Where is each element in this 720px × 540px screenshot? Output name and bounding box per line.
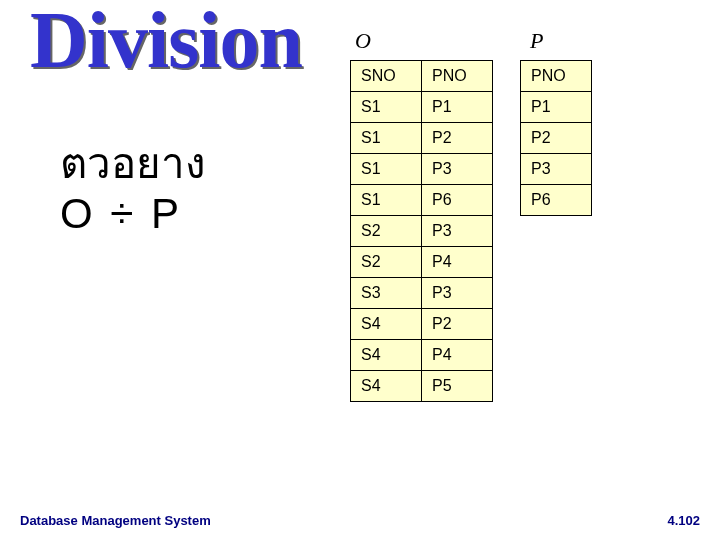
table-row: PNO <box>521 61 592 92</box>
slide-title-text: Division <box>30 0 302 86</box>
table-cell: S1 <box>351 92 422 123</box>
expression: O ÷ P <box>60 190 179 238</box>
table-cell: P1 <box>521 92 592 123</box>
table-row: P6 <box>521 185 592 216</box>
expression-left: O <box>60 190 93 237</box>
table-row: S4P5 <box>351 371 493 402</box>
table-p-name: P <box>530 28 543 54</box>
table-header-cell: SNO <box>351 61 422 92</box>
table-cell: P6 <box>521 185 592 216</box>
table-row: P1 <box>521 92 592 123</box>
table-row: S3P3 <box>351 278 493 309</box>
table-cell: P4 <box>422 247 493 278</box>
table-row: P2 <box>521 123 592 154</box>
table-o-name: O <box>355 28 371 54</box>
table-cell: P5 <box>422 371 493 402</box>
expression-right: P <box>151 190 179 237</box>
table-header-cell: PNO <box>521 61 592 92</box>
table-cell: P6 <box>422 185 493 216</box>
table-row: S1P2 <box>351 123 493 154</box>
table-row: P3 <box>521 154 592 185</box>
table-cell: S4 <box>351 371 422 402</box>
table-cell: S1 <box>351 185 422 216</box>
table-row: S2P3 <box>351 216 493 247</box>
table-row: S4P4 <box>351 340 493 371</box>
table-cell: P3 <box>521 154 592 185</box>
table-cell: P4 <box>422 340 493 371</box>
table-cell: P3 <box>422 278 493 309</box>
table-row: S4P2 <box>351 309 493 340</box>
table-row: S1P1 <box>351 92 493 123</box>
table-cell: P3 <box>422 216 493 247</box>
table-p: PNO P1 P2 P3 P6 <box>520 60 592 216</box>
table-header-cell: PNO <box>422 61 493 92</box>
table-cell: P2 <box>422 123 493 154</box>
table-cell: S1 <box>351 154 422 185</box>
footer-right: 4.102 <box>667 513 700 528</box>
table-cell: S4 <box>351 340 422 371</box>
table-cell: P1 <box>422 92 493 123</box>
table-row: S1P3 <box>351 154 493 185</box>
footer-left: Database Management System <box>20 513 211 528</box>
table-cell: S1 <box>351 123 422 154</box>
division-icon: ÷ <box>104 190 139 237</box>
slide: Division Division ตวอยาง O ÷ P O P SNO P… <box>0 0 720 540</box>
table-cell: S3 <box>351 278 422 309</box>
table-cell: P2 <box>521 123 592 154</box>
subtitle-text: ตวอยาง <box>60 130 206 196</box>
table-cell: P3 <box>422 154 493 185</box>
table-row: S1P6 <box>351 185 493 216</box>
table-cell: S2 <box>351 216 422 247</box>
table-row: S2P4 <box>351 247 493 278</box>
table-cell: S4 <box>351 309 422 340</box>
table-cell: P2 <box>422 309 493 340</box>
table-o: SNO PNO S1P1 S1P2 S1P3 S1P6 S2P3 S2P4 S3… <box>350 60 493 402</box>
table-row: SNO PNO <box>351 61 493 92</box>
table-cell: S2 <box>351 247 422 278</box>
